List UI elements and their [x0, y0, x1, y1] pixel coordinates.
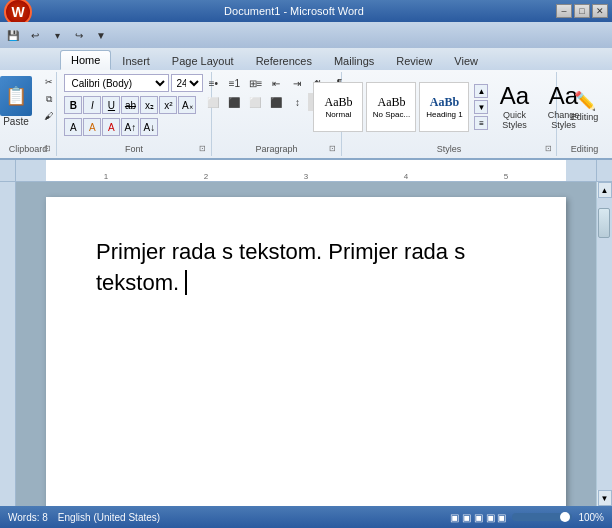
tab-review[interactable]: Review: [385, 50, 443, 70]
qat-customize-button[interactable]: ▼: [92, 26, 110, 44]
tab-page-layout[interactable]: Page Layout: [161, 50, 245, 70]
ruler: 1 2 3 4 5: [0, 160, 612, 182]
multilevel-button[interactable]: ⊞≡: [245, 74, 265, 92]
editing-group: ✏️ Editing Editing: [557, 72, 612, 156]
line-spacing-button[interactable]: ↕: [287, 93, 307, 111]
clipboard-group: 📋 Paste ✂ ⧉ 🖌 Clipboard ⊡: [0, 72, 57, 156]
styles-preview-area: AaBb Normal AaBb No Spac... AaBb Heading…: [311, 80, 471, 134]
font-format-row: B I U ab x₂ x² Aₓ: [64, 96, 196, 114]
clipboard-expand-icon[interactable]: ⊡: [42, 142, 54, 154]
styles-more-button[interactable]: ≡: [474, 116, 488, 130]
quick-styles-button[interactable]: Aa QuickStyles: [491, 79, 537, 135]
clear-format-button[interactable]: Aₓ: [178, 96, 196, 114]
quick-styles-label: QuickStyles: [502, 110, 527, 130]
editing-icon: ✏️: [574, 92, 596, 110]
quick-styles-icon: Aa: [500, 84, 529, 108]
window-title: Document1 - Microsoft Word: [32, 5, 556, 17]
vertical-scrollbar[interactable]: ▲ ▼: [596, 182, 612, 506]
document-page: Primjer rada s tekstom. Primjer rada s t…: [46, 197, 566, 506]
text-line2: tekstom.: [96, 270, 187, 295]
window-controls: – □ ✕: [556, 4, 608, 18]
minimize-button[interactable]: –: [556, 4, 572, 18]
document-text[interactable]: Primjer rada s tekstom. Primjer rada s t…: [96, 237, 516, 299]
scroll-down-button[interactable]: ▼: [598, 490, 612, 506]
paste-label: Paste: [3, 116, 29, 127]
font-group: Calibri (Body) 24 B I U ab x₂ x² Aₓ A: [57, 72, 212, 156]
styles-expand-icon[interactable]: ⊡: [542, 142, 554, 154]
increase-font-button[interactable]: A↑: [121, 118, 139, 136]
style-normal-swatch[interactable]: AaBb Normal: [313, 82, 363, 132]
strikethrough-button[interactable]: ab: [121, 96, 139, 114]
font-name-row: Calibri (Body) 24: [64, 74, 203, 92]
justify-button[interactable]: ⬛: [266, 93, 286, 111]
tab-home[interactable]: Home: [60, 50, 111, 70]
italic-button[interactable]: I: [83, 96, 101, 114]
ruler-margin-right: [566, 160, 596, 181]
align-center-button[interactable]: ⬛: [224, 93, 244, 111]
styles-label: Styles: [437, 144, 462, 154]
word-count: Words: 8: [8, 512, 48, 523]
superscript-button[interactable]: x²: [159, 96, 177, 114]
editing-group-label: Editing: [571, 144, 599, 154]
horizontal-ruler: 1 2 3 4 5: [16, 160, 596, 181]
underline-button[interactable]: U: [102, 96, 120, 114]
decrease-font-button[interactable]: A↓: [140, 118, 158, 136]
bullets-button[interactable]: ≡•: [203, 74, 223, 92]
restore-button[interactable]: □: [574, 4, 590, 18]
text-line1: Primjer rada s tekstom. Primjer rada s: [96, 239, 465, 264]
font-size-select[interactable]: 24: [171, 74, 203, 92]
paste-button[interactable]: 📋 Paste: [0, 74, 36, 129]
content-area: Primjer rada s tekstom. Primjer rada s t…: [0, 182, 612, 506]
zoom-percent: 100%: [578, 512, 604, 523]
increase-indent-button[interactable]: ⇥: [287, 74, 307, 92]
view-buttons: ▣ ▣ ▣ ▣ ▣: [450, 512, 506, 523]
text-cursor: [179, 270, 187, 295]
tab-mailings[interactable]: Mailings: [323, 50, 385, 70]
zoom-thumb[interactable]: [560, 512, 570, 522]
styles-next-button[interactable]: ▼: [474, 100, 488, 114]
align-left-button[interactable]: ⬜: [203, 93, 223, 111]
numbering-button[interactable]: ≡1: [224, 74, 244, 92]
bold-button[interactable]: B: [64, 96, 82, 114]
tab-view[interactable]: View: [443, 50, 489, 70]
tab-references[interactable]: References: [245, 50, 323, 70]
left-margin-bar: [0, 182, 16, 506]
text-effects-button[interactable]: A: [64, 118, 82, 136]
undo-dropdown[interactable]: ▾: [48, 26, 66, 44]
text-highlight-button[interactable]: A: [83, 118, 101, 136]
paragraph-label: Paragraph: [255, 144, 297, 154]
close-button[interactable]: ✕: [592, 4, 608, 18]
ribbon-tabs: Home Insert Page Layout References Maili…: [0, 48, 612, 70]
undo-button[interactable]: ↩: [26, 26, 44, 44]
tab-insert[interactable]: Insert: [111, 50, 161, 70]
subscript-button[interactable]: x₂: [140, 96, 158, 114]
styles-nav-buttons: ▲ ▼ ≡: [474, 84, 488, 130]
scroll-up-button[interactable]: ▲: [598, 182, 612, 198]
scroll-thumb[interactable]: [598, 208, 610, 238]
language-indicator: English (United States): [58, 512, 160, 523]
paste-icon: 📋: [0, 76, 32, 116]
style-no-spacing-swatch[interactable]: AaBb No Spac...: [366, 82, 416, 132]
ruler-ticks: 1 2 3 4 5: [46, 160, 566, 181]
style-heading1-swatch[interactable]: AaBb Heading 1: [419, 82, 469, 132]
scroll-track[interactable]: [597, 198, 612, 490]
redo-button[interactable]: ↪: [70, 26, 88, 44]
editing-label: Editing: [571, 112, 599, 122]
font-name-select[interactable]: Calibri (Body): [64, 74, 169, 92]
title-bar: W Document1 - Microsoft Word – □ ✕: [0, 0, 612, 22]
decrease-indent-button[interactable]: ⇤: [266, 74, 286, 92]
document-scroll-area[interactable]: Primjer rada s tekstom. Primjer rada s t…: [16, 182, 596, 506]
align-right-button[interactable]: ⬜: [245, 93, 265, 111]
font-label: Font: [125, 144, 143, 154]
status-right: ▣ ▣ ▣ ▣ ▣ 100%: [450, 512, 604, 523]
styles-prev-button[interactable]: ▲: [474, 84, 488, 98]
ruler-margin-left: [16, 160, 46, 181]
editing-button[interactable]: ✏️ Editing: [560, 77, 610, 137]
zoom-slider[interactable]: [512, 513, 572, 521]
save-qat-button[interactable]: 💾: [4, 26, 22, 44]
ribbon: 📋 Paste ✂ ⧉ 🖌 Clipboard ⊡ Calibri (Body): [0, 70, 612, 160]
status-bar: Words: 8 English (United States) ▣ ▣ ▣ ▣…: [0, 506, 612, 528]
font-color-row: A A A A↑ A↓: [64, 118, 158, 136]
quick-access-toolbar: 💾 ↩ ▾ ↪ ▼: [0, 22, 612, 48]
font-color-button[interactable]: A: [102, 118, 120, 136]
